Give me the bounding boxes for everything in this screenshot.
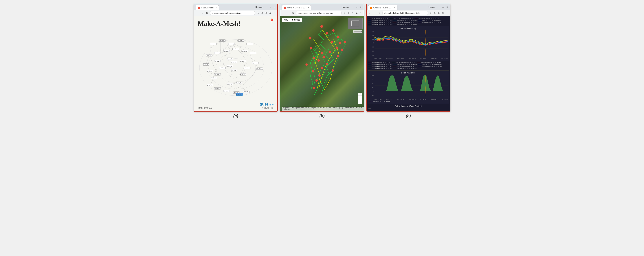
ext-icon-1[interactable]: ⊕ — [260, 11, 264, 15]
tab-strip-c: Grafana - Bucks Lake ✕ — [368, 4, 398, 10]
caption-b: (b) — [319, 114, 324, 118]
url-text-b: makeamesh.eu-gb.mybluemix.net/map — [298, 12, 333, 14]
ext-icon-3[interactable]: ◉ — [268, 11, 272, 15]
svg-text:55-04-74: 55-04-74 — [203, 64, 208, 65]
maximize-btn-c[interactable]: □ — [442, 6, 444, 8]
title-bar-b: Make-A-Mesh! Map - 3t... ✕ Thomas ─ □ ✕ — [280, 4, 364, 10]
legend-mid-label-5: s3x: 00-17-0d-00-00-60-1a-f0 — [422, 64, 442, 66]
content-b: Map Satellite — [280, 16, 364, 112]
solar-y-label-4: 0 — [373, 91, 374, 92]
close-btn-b[interactable]: ✕ — [359, 6, 362, 8]
legend-mid-2: s3x: 00-17-0d-00-00-38-3d-7d — [417, 62, 441, 64]
legend-mid-color-5 — [418, 65, 422, 65]
legend-mid-6: s3x: 00-17-0d-00-00-60-1d-0f — [368, 66, 391, 68]
legend-mid-color-4 — [393, 65, 397, 65]
legend-mid-color-7 — [392, 67, 396, 67]
soil-chart-title: Soil Volumetric Water Content — [368, 105, 449, 107]
minimize-btn-c[interactable]: ─ — [438, 6, 440, 8]
user-name-a: Thomas — [255, 6, 262, 8]
menu-icon-b[interactable]: ⋮ — [359, 11, 362, 15]
tab-favicon-c — [370, 6, 372, 9]
pegman-icon[interactable]: 🚶 — [358, 93, 362, 96]
window-controls-a: Thomas ─ □ ✕ — [255, 6, 276, 8]
back-btn-b[interactable]: ← — [282, 12, 286, 14]
zoom-out-btn[interactable]: − — [358, 100, 362, 104]
svg-line-99 — [239, 83, 246, 92]
title-bar-a: Make-A-Mesh! ✕ Thomas ─ □ ✕ — [194, 4, 278, 10]
bookmark-icon-b[interactable]: ☆ — [343, 11, 346, 15]
x-label-5: 9/1 08:00 — [431, 58, 437, 60]
legend-mid-9: s3x: 00-17-0d-00-00-60-2a-4d — [368, 68, 392, 70]
legend-item-9: s3x: 00-17-0d-00-00-60-2a-4d — [368, 23, 392, 25]
url-box-b[interactable]: makeamesh.eu-gb.mybluemix.net/map — [296, 11, 342, 15]
legend-label-0: 00-17-0d-00-00-60-1e-af — [372, 17, 388, 19]
refresh-btn-a[interactable]: ↻ — [205, 12, 209, 14]
legend-item-1: s3x: 00-17-0d-00-00-38-3d-71 — [389, 17, 413, 19]
svg-line-84 — [209, 45, 212, 56]
back-btn-a[interactable]: ← — [196, 12, 199, 14]
browser-window-b: Make-A-Mesh! Map - 3t... ✕ Thomas ─ □ ✕ … — [280, 4, 364, 112]
tab-close-c[interactable]: ✕ — [394, 6, 396, 8]
solar-y-label-5: -250 — [371, 95, 374, 96]
url-box-a[interactable]: makeamesh.eu-gb.mybluemix.net — [210, 11, 256, 15]
legend-mid-8: s3x: 00-17-0d-00-00-60-29-37 — [418, 66, 442, 68]
legend-label-5: s3x: 00-17-0d-00-00-60-1a-f0 — [422, 19, 442, 21]
ext-icon-b2[interactable]: ⊗ — [351, 11, 354, 15]
solar-chart-panel: Solar Irradiance 1.0 K 750 500 250 0 -25… — [368, 70, 449, 104]
legend-color-8 — [418, 22, 422, 22]
refresh-btn-b[interactable]: ↻ — [291, 12, 295, 14]
mesh-svg: .node { fill: #fff; stroke: #888; stroke… — [198, 31, 274, 101]
minimize-btn-b[interactable]: ─ — [351, 6, 354, 8]
legend-mid-color-0 — [368, 63, 372, 63]
url-box-c[interactable]: glaser.berkeley.edu:3000/dashboard/d... — [382, 11, 428, 15]
dust-logo-text: dust ✦✦ — [260, 102, 274, 107]
menu-icon-a[interactable]: ⋮ — [272, 11, 276, 15]
content-c: 00-17-0d-00-00-60-1e-af s3x: 00-17-0d-00… — [367, 16, 450, 112]
menu-icon-c[interactable]: ⋮ — [445, 11, 448, 15]
bookmark-icon-c[interactable]: ☆ — [429, 11, 432, 15]
ext-icon-c1[interactable]: ⊕ — [433, 11, 436, 15]
forward-btn-b[interactable]: → — [286, 12, 290, 14]
close-btn-c[interactable]: ✕ — [446, 6, 448, 8]
tab-a[interactable]: Make-A-Mesh! ✕ — [196, 5, 219, 10]
svg-text:55-ca-cf: 55-ca-cf — [207, 85, 212, 86]
svg-text:55-00-10: 55-00-10 — [224, 90, 228, 92]
map-paths-svg — [280, 16, 364, 103]
tab-favicon-a — [198, 6, 200, 9]
maximize-btn-a[interactable]: □ — [269, 6, 272, 8]
title-bar-c: Grafana - Bucks Lake ✕ Thomas ─ □ ✕ — [367, 4, 450, 10]
forward-btn-c[interactable]: → — [373, 12, 376, 14]
tab-close-a[interactable]: ✕ — [216, 6, 217, 8]
svg-text:30-0e-28: 30-0e-28 — [211, 77, 216, 78]
ext-icon-b3[interactable]: ◉ — [355, 11, 358, 15]
legend-mid-label-10: s3x: 00-17-0d-00-00-60-2a-ce — [397, 68, 417, 70]
legend-item-7: s3x: 00-17-0d-00-00-60-25-ee — [392, 21, 416, 23]
ext-icon-c2[interactable]: ⊗ — [437, 11, 440, 15]
legend-mid-4: s3x: 00-17-0d-00-00-38-40-e4 — [393, 64, 417, 66]
solar-plot — [374, 74, 448, 96]
tab-strip-b: Make-A-Mesh! Map - 3t... ✕ — [282, 4, 311, 10]
zoom-in-btn[interactable]: + — [358, 96, 362, 100]
forward-btn-a[interactable]: → — [200, 12, 204, 14]
solar-x-0: 8/30 16:00 — [374, 98, 382, 100]
refresh-btn-c[interactable]: ↻ — [378, 12, 381, 14]
ext-icon-c3[interactable]: ◉ — [441, 11, 444, 15]
satellite-view-btn[interactable]: Satellite — [290, 18, 302, 22]
url-text-a: makeamesh.eu-gb.mybluemix.net — [212, 12, 242, 14]
ext-icon-b1[interactable]: ⊕ — [347, 11, 350, 15]
back-btn-c[interactable]: ← — [368, 12, 372, 14]
ext-icon-2[interactable]: ⊗ — [264, 11, 268, 15]
grafana-legend-middle: rh: 00-17-0d-00-00-60-1e-af s3x: 00-17-0… — [368, 62, 449, 70]
tab-title-a: Make-A-Mesh! — [201, 6, 214, 9]
legend-mid-label-6: s3x: 00-17-0d-00-00-60-1d-0f — [372, 66, 391, 68]
tab-close-b[interactable]: ✕ — [308, 6, 309, 8]
bookmark-icon-a[interactable]: ☆ — [256, 11, 260, 15]
maximize-btn-b[interactable]: □ — [355, 6, 358, 8]
tab-b[interactable]: Make-A-Mesh! Map - 3t... ✕ — [282, 5, 311, 10]
map-view-btn[interactable]: Map — [282, 18, 290, 22]
map-page: Map Satellite — [280, 16, 364, 112]
minimize-btn-a[interactable]: ─ — [265, 6, 268, 8]
close-btn-a[interactable]: ✕ — [273, 6, 276, 8]
tab-c[interactable]: Grafana - Bucks Lake ✕ — [368, 5, 398, 10]
svg-text:60-1d-0f: 60-1d-0f — [227, 58, 232, 59]
